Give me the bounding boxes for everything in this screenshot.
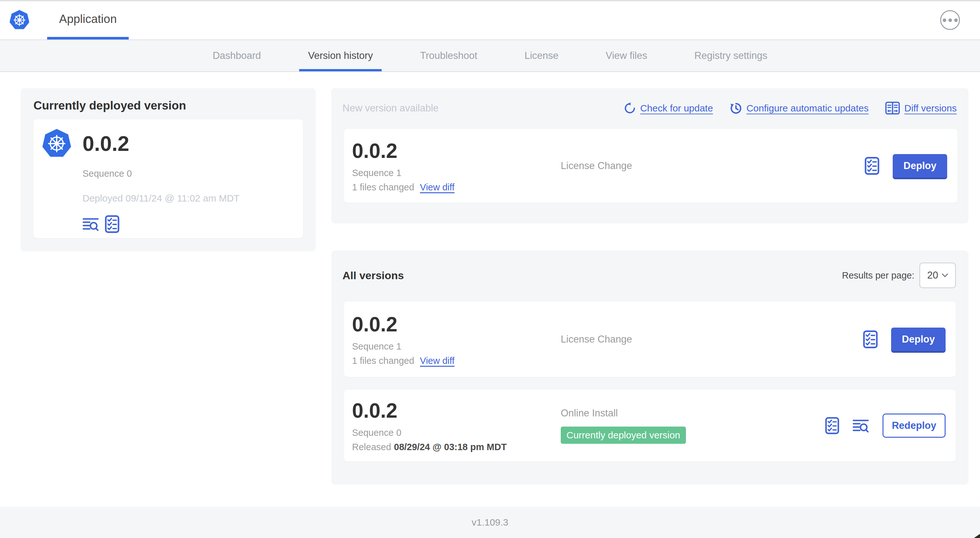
version-sequence: Sequence 1 [352, 168, 561, 178]
redeploy-button[interactable]: Redeploy [883, 414, 946, 438]
cursor-artifact [974, 534, 980, 538]
view-diff-link[interactable]: View diff [420, 355, 455, 366]
ellipsis-icon [943, 19, 946, 22]
results-per-page-select[interactable]: 20 [920, 263, 956, 288]
diff-versions-label: Diff versions [904, 103, 957, 114]
view-diff-link[interactable]: View diff [420, 182, 455, 193]
tab-registry-settings[interactable]: Registry settings [685, 40, 776, 71]
chevron-down-icon [942, 273, 948, 278]
clock-refresh-icon [730, 102, 742, 114]
currently-deployed-panel: Currently deployed version 0.0.2 Sequenc… [21, 88, 316, 251]
preflight-checks-icon[interactable] [105, 215, 119, 233]
tab-dashboard[interactable]: Dashboard [204, 40, 270, 71]
configure-automatic-updates-link[interactable]: Configure automatic updates [730, 102, 869, 114]
top-bar: Application [0, 1, 980, 40]
ellipsis-icon [954, 19, 958, 22]
check-for-update-label: Check for update [640, 103, 713, 114]
deployed-version-number: 0.0.2 [83, 132, 129, 156]
version-sequence: Sequence 1 [352, 341, 561, 352]
version-source: Online Install [561, 408, 618, 419]
window-top-edge [0, 0, 980, 1]
kubernetes-app-icon [41, 128, 72, 159]
footer: v1.109.3 [0, 507, 980, 538]
version-source: License Change [561, 333, 632, 345]
files-changed-label: 1 files changed [352, 355, 414, 366]
check-for-update-link[interactable]: Check for update [624, 102, 713, 114]
preflight-checks-icon[interactable] [863, 330, 878, 349]
diff-versions-link[interactable]: Diff versions [885, 102, 957, 114]
app-subnav: Dashboard Version history Troubleshoot L… [0, 40, 980, 72]
all-versions-panel: All versions Results per page: 20 0.0.2 … [331, 251, 969, 484]
kubernetes-logo-icon [9, 10, 30, 30]
deployed-sequence: Sequence 0 [83, 168, 303, 179]
diff-columns-icon [885, 102, 900, 114]
configure-automatic-updates-label: Configure automatic updates [746, 103, 869, 114]
version-number: 0.0.2 [352, 399, 561, 422]
app-title: Application [59, 13, 117, 26]
version-row: 0.0.2 Sequence 1 1 files changed View di… [344, 302, 956, 377]
currently-deployed-badge: Currently deployed version [561, 427, 686, 444]
preflight-checks-icon[interactable] [825, 417, 839, 435]
preflight-checks-icon[interactable] [865, 157, 879, 175]
tab-license[interactable]: License [515, 40, 568, 71]
released-date: 08/29/24 @ 03:18 pm MDT [394, 442, 507, 452]
all-versions-title: All versions [342, 269, 404, 282]
deployed-version-card: 0.0.2 Sequence 0 Deployed 09/11/24 @ 11:… [33, 119, 303, 238]
version-sequence: Sequence 0 [352, 427, 561, 438]
released-label: Released [352, 442, 391, 452]
currently-deployed-title: Currently deployed version [33, 99, 316, 113]
deploy-button[interactable]: Deploy [893, 154, 947, 178]
new-version-panel: New version available Check for update C… [331, 88, 969, 224]
tab-troubleshoot[interactable]: Troubleshoot [411, 40, 486, 71]
tab-application[interactable]: Application [47, 1, 129, 40]
console-version: v1.109.3 [471, 517, 508, 528]
main-content: Currently deployed version 0.0.2 Sequenc… [0, 72, 980, 507]
tab-version-history[interactable]: Version history [299, 40, 382, 71]
new-version-title: New version available [342, 103, 439, 114]
version-number: 0.0.2 [352, 313, 561, 336]
refresh-icon [624, 102, 636, 114]
results-per-page-label: Results per page: [842, 270, 914, 281]
deployed-timestamp: Deployed 09/11/24 @ 11:02 am MDT [83, 193, 303, 204]
deploy-button[interactable]: Deploy [891, 328, 946, 351]
more-options-button[interactable] [940, 10, 960, 30]
ellipsis-icon [948, 19, 952, 22]
tab-view-files[interactable]: View files [597, 40, 656, 71]
version-row: 0.0.2 Sequence 0 Released08/29/24 @ 03:1… [344, 390, 956, 462]
new-version-card: 0.0.2 Sequence 1 1 files changed View di… [344, 129, 958, 203]
view-logs-icon[interactable] [853, 419, 869, 433]
version-source: License Change [561, 160, 632, 171]
view-logs-icon[interactable] [83, 217, 99, 232]
files-changed-label: 1 files changed [352, 182, 414, 193]
version-number: 0.0.2 [352, 139, 561, 163]
results-per-page-value: 20 [927, 270, 938, 281]
